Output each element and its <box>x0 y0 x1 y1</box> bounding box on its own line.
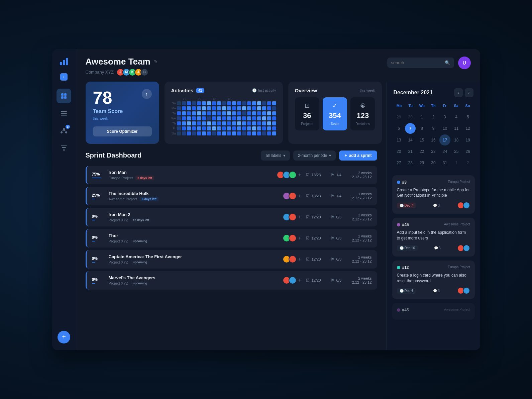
sprint-row[interactable]: 75%Iron ManEuropa Project2 days left+☑18… <box>86 166 377 184</box>
calendar-day[interactable]: 28 <box>405 158 416 168</box>
activities-title: Activities 41 <box>171 88 205 93</box>
add-sprint-button[interactable]: + add a sprint <box>339 151 377 161</box>
calendar-day[interactable]: 15 <box>416 134 427 145</box>
sidebar-item-list[interactable] <box>57 106 71 121</box>
calendar-day[interactable]: 30 <box>428 158 439 168</box>
calendar-day[interactable]: 16 <box>428 134 439 145</box>
task-card[interactable]: #12 Europa Project Create a login card w… <box>392 261 475 299</box>
heatmap-cell <box>182 101 186 105</box>
search-input[interactable] <box>391 60 442 65</box>
sprint-controls: all labels ▾ 2-month periode ▾ + add a s… <box>261 151 377 161</box>
period-filter-button[interactable]: 2-month periode ▾ <box>293 151 336 161</box>
calendar-day[interactable]: 8 <box>416 123 427 134</box>
calendar-day[interactable]: 22 <box>416 146 427 157</box>
calendar-next-button[interactable]: › <box>465 88 473 97</box>
sprint-add-member-button[interactable]: + <box>298 256 301 262</box>
calendar-day[interactable]: 21 <box>405 146 416 157</box>
sprint-row[interactable]: 25%The Incredible HulkAwesome Project6 d… <box>86 187 377 205</box>
calendar-day[interactable]: 3 <box>439 112 450 122</box>
sidebar-toggle[interactable]: › <box>60 73 68 81</box>
flag-icon: ⚑ <box>331 194 334 198</box>
svg-rect-16 <box>62 147 66 148</box>
calendar-day[interactable]: 4 <box>451 112 462 122</box>
user-avatar[interactable]: U <box>458 57 471 69</box>
svg-rect-9 <box>61 115 67 116</box>
heatmap-cell <box>272 116 276 120</box>
calendar-day[interactable]: 30 <box>405 112 416 122</box>
sprint-header: Sprint Dashboard all labels ▾ 2-month pe… <box>86 151 377 161</box>
overview-title-text: Overview <box>295 88 317 93</box>
calendar-day[interactable]: 24 <box>439 146 450 157</box>
labels-filter-button[interactable]: all labels ▾ <box>261 151 290 161</box>
edit-icon[interactable]: ✎ <box>154 59 158 64</box>
sprint-add-member-button[interactable]: + <box>298 235 301 241</box>
sidebar-item-dashboard[interactable] <box>57 89 71 103</box>
heatmap-cell <box>187 111 191 115</box>
calendar-day[interactable]: 7 <box>405 123 416 134</box>
task-card[interactable]: #3 Europa Project Create a Prototype for… <box>392 175 475 214</box>
sprint-info: Captain America: The First AvengerProjec… <box>109 254 278 265</box>
heatmap-row: Sa <box>171 131 276 135</box>
task-card-partial[interactable]: #45Awesome Project <box>392 303 475 320</box>
sprint-avatar <box>289 171 297 179</box>
svg-point-12 <box>65 131 67 133</box>
fab-add-button[interactable]: + <box>58 331 70 343</box>
flag-icon: ⚑ <box>331 173 334 177</box>
calendar-day[interactable]: 26 <box>462 146 473 157</box>
calendar-day[interactable]: 11 <box>451 123 462 134</box>
heatmap-cell <box>262 116 266 120</box>
sidebar-item-filter[interactable] <box>57 141 71 156</box>
calendar-day[interactable]: 17 <box>439 134 450 145</box>
calendar-day[interactable]: 10 <box>439 123 450 134</box>
calendar-day[interactable]: 9 <box>428 123 439 134</box>
svg-rect-1 <box>63 60 65 65</box>
calendar-day[interactable]: 13 <box>394 134 404 145</box>
heatmap-cell <box>182 111 186 115</box>
heatmap-cell <box>207 101 211 105</box>
calendar-day[interactable]: 1 <box>451 158 462 168</box>
sidebar-item-org[interactable]: 3 <box>57 123 71 138</box>
sprint-row[interactable]: 0%Iron Man 2Project XYZ12 days left+☑12/… <box>86 208 377 226</box>
calendar-day[interactable]: 14 <box>405 134 416 145</box>
sprint-tag: 6 days left <box>140 197 158 201</box>
calendar-day[interactable]: 29 <box>394 112 404 122</box>
task-card[interactable]: #45 Awesome Project Add a input field in… <box>392 218 475 257</box>
heatmap-cell <box>207 126 211 130</box>
calendar-day[interactable]: 6 <box>394 123 404 134</box>
sprint-add-member-button[interactable]: + <box>298 193 301 199</box>
calendar-day[interactable]: 5 <box>462 112 473 122</box>
calendar-day[interactable]: 2 <box>462 158 473 168</box>
heatmap-cell <box>252 106 256 110</box>
overview-title: Overview <box>295 88 317 93</box>
sprint-row[interactable]: 0%Marvel's The AvengersProject XYZupcomi… <box>86 271 377 290</box>
sprint-add-member-button[interactable]: + <box>298 172 301 178</box>
calendar-day[interactable]: 27 <box>394 158 404 168</box>
heatmap-cell <box>192 121 196 125</box>
calendar-day[interactable]: 18 <box>451 134 462 145</box>
sprint-tasks: ☑12/20 <box>306 257 326 262</box>
svg-rect-4 <box>64 93 67 96</box>
sprint-add-member-button[interactable]: + <box>298 277 301 283</box>
calendar-day[interactable]: 29 <box>416 158 427 168</box>
task-comments: 💬 3 <box>433 289 440 293</box>
calendar-day[interactable]: 1 <box>416 112 427 122</box>
calendar-week: 13141516171819 <box>394 134 473 145</box>
calendar-day[interactable]: 2 <box>428 112 439 122</box>
calendar-prev-button[interactable]: ‹ <box>454 88 463 97</box>
heatmap-row: We <box>171 116 276 120</box>
sprint-row[interactable]: 0%ThorProject XYZupcoming+☑12/20⚑0/32 we… <box>86 229 377 247</box>
calendar-day[interactable]: 12 <box>462 123 473 134</box>
sprint-add-member-button[interactable]: + <box>298 214 301 220</box>
calendar-day[interactable]: 20 <box>394 146 404 157</box>
search-box[interactable]: 🔍 <box>387 58 454 68</box>
calendar-day[interactable]: 31 <box>439 158 450 168</box>
stat-tasks: ✓ 354 Tasks <box>323 97 347 130</box>
score-optimizer-button[interactable]: Score Optimizer <box>93 126 152 136</box>
task-project: Europa Project <box>448 180 470 184</box>
sprint-row[interactable]: 0%Captain America: The First AvengerProj… <box>86 250 377 269</box>
calendar-day[interactable]: 19 <box>462 134 473 145</box>
calendar-day[interactable]: 23 <box>428 146 439 157</box>
calendar-day[interactable]: 25 <box>451 146 462 157</box>
heatmap-cell <box>202 106 206 110</box>
heatmap-cell <box>197 106 201 110</box>
